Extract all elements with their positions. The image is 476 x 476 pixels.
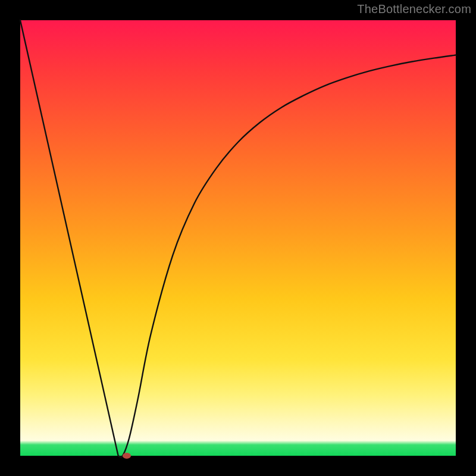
minimum-marker bbox=[123, 453, 131, 459]
plot-area bbox=[20, 20, 456, 456]
bottleneck-curve bbox=[20, 20, 456, 456]
watermark-text: TheBottlenecker.com bbox=[357, 2, 471, 16]
curve-path bbox=[20, 20, 456, 457]
chart-frame: TheBottlenecker.com bbox=[0, 0, 476, 476]
